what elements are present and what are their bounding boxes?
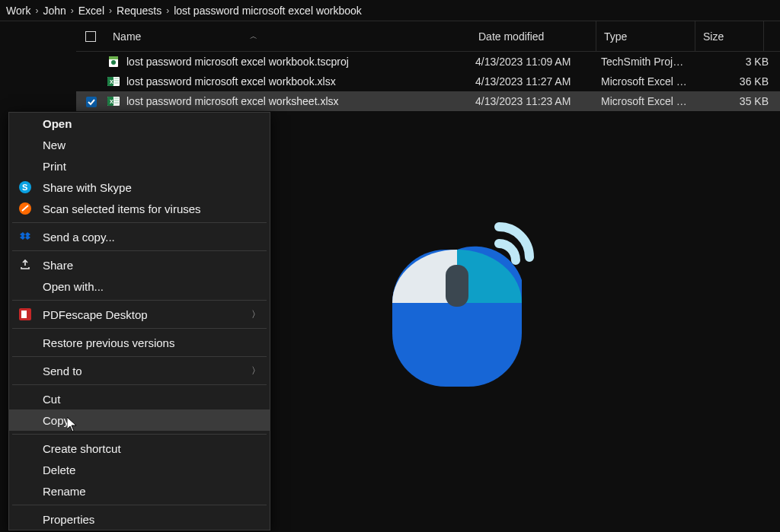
svg-rect-16 xyxy=(392,250,522,387)
pdfescape-icon xyxy=(18,307,32,321)
menu-item-label: Rename xyxy=(43,485,86,498)
file-size: 36 KB xyxy=(700,75,769,88)
col-date[interactable]: Date modified xyxy=(471,21,596,51)
share-icon xyxy=(18,258,32,272)
menu-item-send-to[interactable]: Send to〉 xyxy=(9,360,270,381)
menu-item-new[interactable]: New xyxy=(9,134,270,155)
svg-text:X: X xyxy=(110,79,113,84)
table-row[interactable]: lost password microsoft excel workbook.t… xyxy=(76,52,780,72)
file-size: 3 KB xyxy=(700,56,769,68)
svg-point-2 xyxy=(111,60,116,65)
chevron-right-icon: › xyxy=(166,5,169,16)
menu-item-label: Open xyxy=(43,117,72,130)
breadcrumb-segment[interactable]: lost password microsoft excel workbook xyxy=(174,5,362,17)
skype-icon: S xyxy=(18,180,32,194)
file-type: TechSmith Proj… xyxy=(601,56,700,68)
menu-item-share[interactable]: Share xyxy=(9,254,270,276)
menu-item-share-with-skype[interactable]: SShare with Skype xyxy=(9,177,270,198)
sort-indicator-icon: ︿ xyxy=(250,31,257,42)
menu-item-label: Share with Skype xyxy=(43,181,132,194)
menu-separator xyxy=(12,505,267,505)
chevron-right-icon: › xyxy=(109,5,112,16)
menu-separator xyxy=(12,356,267,357)
file-type-icon xyxy=(105,56,122,68)
file-rows: lost password microsoft excel workbook.t… xyxy=(76,52,780,111)
menu-item-open-with[interactable]: Open with... xyxy=(9,276,270,297)
svg-rect-8 xyxy=(114,82,119,84)
breadcrumb-segment[interactable]: John xyxy=(43,5,66,17)
menu-item-label: Properties xyxy=(43,513,94,526)
menu-item-properties[interactable]: Properties xyxy=(9,508,270,530)
menu-item-scan-selected-items-for-viruses[interactable]: Scan selected items for viruses xyxy=(9,198,270,219)
svg-rect-13 xyxy=(114,97,119,99)
chevron-right-icon: › xyxy=(35,5,38,16)
menu-separator xyxy=(12,222,267,223)
table-row[interactable]: Xlost password microsoft excel workbook.… xyxy=(76,72,780,91)
breadcrumb-segment[interactable]: Work xyxy=(6,5,30,17)
menu-separator xyxy=(12,250,267,251)
file-date: 4/13/2023 11:27 AM xyxy=(475,75,601,88)
menu-item-label: Delete xyxy=(43,464,75,476)
menu-separator xyxy=(12,384,267,385)
menu-item-label: Scan selected items for viruses xyxy=(43,202,201,215)
explorer-content: ︿ Name ︿ Date modified Type Size lost pa… xyxy=(0,21,780,532)
col-name[interactable]: Name ︿ xyxy=(105,21,471,51)
menu-item-open[interactable]: Open xyxy=(9,113,270,134)
menu-item-print[interactable]: Print xyxy=(9,155,270,177)
menu-item-cut[interactable]: Cut xyxy=(9,388,270,409)
col-type[interactable]: Type xyxy=(596,21,695,51)
svg-rect-9 xyxy=(86,97,97,107)
file-type-icon: X xyxy=(105,75,122,88)
menu-item-rename[interactable]: Rename xyxy=(9,480,270,502)
col-name-label: Name xyxy=(113,30,141,43)
menu-item-restore-previous-versions[interactable]: Restore previous versions xyxy=(9,332,270,353)
menu-item-label: Send a copy... xyxy=(43,231,115,244)
menu-item-label: PDFescape Desktop xyxy=(43,308,148,321)
file-size: 35 KB xyxy=(700,95,769,107)
file-type-icon: X xyxy=(105,95,122,107)
file-name: lost password microsoft excel workbook.t… xyxy=(126,56,475,68)
file-type: Microsoft Excel … xyxy=(601,95,700,107)
svg-rect-15 xyxy=(114,102,119,104)
chevron-right-icon: 〉 xyxy=(251,308,261,321)
menu-item-label: New xyxy=(43,139,66,151)
file-date: 4/13/2023 11:23 AM xyxy=(475,95,601,107)
menu-item-pdfescape-desktop[interactable]: PDFescape Desktop〉 xyxy=(9,304,270,325)
menu-item-send-a-copy[interactable]: Send a copy... xyxy=(9,226,270,247)
svg-rect-14 xyxy=(114,100,119,101)
dropbox-icon xyxy=(18,230,32,244)
column-headers[interactable]: Name ︿ Date modified Type Size xyxy=(76,21,780,52)
select-all-checkbox[interactable] xyxy=(85,31,96,42)
svg-text:X: X xyxy=(110,99,113,104)
breadcrumb-segment[interactable]: Requests xyxy=(117,5,161,17)
file-type: Microsoft Excel … xyxy=(601,75,700,88)
menu-item-label: Restore previous versions xyxy=(43,336,174,349)
breadcrumb[interactable]: Work›John›Excel›Requests›lost password m… xyxy=(0,0,780,21)
svg-rect-1 xyxy=(109,56,118,59)
menu-separator xyxy=(12,328,267,329)
col-size[interactable]: Size xyxy=(695,21,764,51)
menu-item-create-shortcut[interactable]: Create shortcut xyxy=(9,438,270,459)
menu-item-copy[interactable]: Copy xyxy=(9,409,270,431)
svg-rect-6 xyxy=(114,78,119,79)
file-name: lost password microsoft excel workbook.x… xyxy=(126,75,475,88)
svg-text:S: S xyxy=(22,183,27,192)
menu-item-label: Print xyxy=(43,160,66,173)
file-name: lost password microsoft excel worksheet.… xyxy=(126,95,475,107)
avast-icon xyxy=(18,202,32,215)
chevron-right-icon: 〉 xyxy=(251,365,261,377)
table-row[interactable]: Xlost password microsoft excel worksheet… xyxy=(76,91,780,111)
context-menu: OpenNewPrintSShare with SkypeScan select… xyxy=(8,112,270,530)
menu-separator xyxy=(12,434,267,435)
svg-rect-17 xyxy=(446,265,468,307)
svg-rect-22 xyxy=(21,311,27,318)
menu-item-label: Share xyxy=(43,259,73,272)
menu-item-label: Cut xyxy=(43,393,60,406)
chevron-right-icon: › xyxy=(71,5,74,16)
file-date: 4/13/2023 11:09 AM xyxy=(475,56,601,68)
row-checkbox[interactable] xyxy=(85,96,96,107)
menu-item-delete[interactable]: Delete xyxy=(9,459,270,480)
menu-item-label: Open with... xyxy=(43,280,104,293)
mouse-right-click-graphic xyxy=(385,204,552,394)
breadcrumb-segment[interactable]: Excel xyxy=(78,5,104,17)
